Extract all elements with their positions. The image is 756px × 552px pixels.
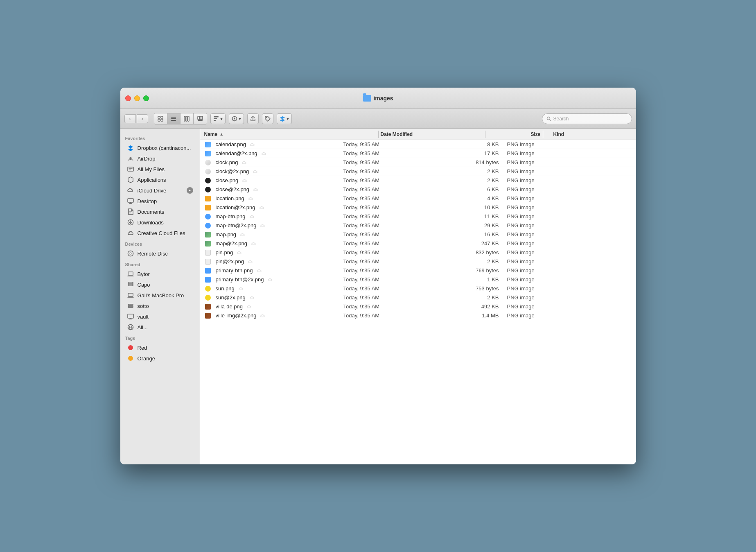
table-row[interactable]: clock.png Today, 9:35 AM 814 bytes PNG i…	[200, 158, 636, 167]
file-kind: PNG image	[499, 159, 632, 165]
search-box[interactable]: Search	[542, 113, 632, 124]
sidebar-item-sotto[interactable]: sotto	[122, 301, 198, 311]
forward-button[interactable]: ›	[137, 114, 148, 123]
table-row[interactable]: map-btn@2x.png Today, 9:35 AM 29 KB PNG …	[200, 221, 636, 230]
dropbox-button[interactable]: ▾	[277, 113, 292, 124]
file-thumb	[204, 249, 212, 256]
file-date: Today, 9:35 AM	[343, 195, 446, 201]
sidebar-item-airdrop-label: AirDrop	[138, 156, 156, 162]
sidebar-item-tag-orange-label: Orange	[138, 355, 155, 362]
table-row[interactable]: clock@2x.png Today, 9:35 AM 2 KB PNG ima…	[200, 167, 636, 176]
toolbar: ‹ › ▾ ▾	[120, 109, 636, 129]
table-row[interactable]: close@2x.png Today, 9:35 AM 6 KB PNG ima…	[200, 185, 636, 194]
action-button[interactable]: ▾	[229, 113, 244, 124]
col-name-header[interactable]: Name ▲	[204, 131, 376, 137]
table-row[interactable]: sun@2x.png Today, 9:35 AM 2 KB PNG image	[200, 293, 636, 302]
sidebar-item-remote-disc[interactable]: Remote Disc	[122, 248, 198, 259]
table-row[interactable]: calendar.png Today, 9:35 AM 8 KB PNG ima…	[200, 140, 636, 149]
file-thumb	[204, 312, 212, 319]
file-kind: PNG image	[499, 249, 632, 256]
file-size: 1 KB	[446, 276, 499, 283]
col-kind-header[interactable]: Kind	[545, 131, 632, 137]
cloud-sync-icon	[260, 224, 266, 228]
sidebar-item-bytor[interactable]: Bytor	[122, 269, 198, 279]
maximize-button[interactable]	[143, 95, 149, 101]
sidebar-item-airdrop[interactable]: AirDrop	[122, 153, 198, 164]
file-size: 2 KB	[446, 258, 499, 265]
table-row[interactable]: primary-btn@2x.png Today, 9:35 AM 1 KB P…	[200, 275, 636, 284]
table-row[interactable]: primary-btn.png Today, 9:35 AM 769 bytes…	[200, 266, 636, 275]
tag-button[interactable]	[262, 113, 273, 124]
file-size: 492 KB	[446, 303, 499, 310]
sidebar-item-vault-label: vault	[138, 314, 149, 320]
sidebar-item-all[interactable]: All...	[122, 322, 198, 333]
file-name: map.png	[216, 231, 237, 238]
column-view-button[interactable]	[181, 113, 194, 124]
sidebar-item-vault[interactable]: vault	[122, 311, 198, 322]
sidebar-item-all-my-files[interactable]: All My Files	[122, 164, 198, 174]
table-row[interactable]: ville-img@2x.png Today, 9:35 AM 1.4 MB P…	[200, 311, 636, 320]
sidebar-item-capo[interactable]: Capo	[122, 279, 198, 290]
sidebar-item-downloads[interactable]: Downloads	[122, 217, 198, 228]
svg-rect-16	[214, 120, 216, 121]
sidebar-item-applications[interactable]: Applications	[122, 174, 198, 185]
file-thumb	[204, 213, 212, 220]
minimize-button[interactable]	[134, 95, 140, 101]
file-name: close@2x.png	[216, 186, 250, 192]
file-name-cell: clock.png	[204, 159, 343, 166]
file-kind: PNG image	[499, 141, 632, 147]
action-chevron: ▾	[239, 116, 241, 122]
sidebar-item-tag-red[interactable]: Red	[122, 342, 198, 353]
table-row[interactable]: pin@2x.png Today, 9:35 AM 2 KB PNG image	[200, 257, 636, 266]
svg-marker-22	[280, 116, 285, 122]
file-kind: PNG image	[499, 267, 632, 274]
table-row[interactable]: location@2x.png Today, 9:35 AM 10 KB PNG…	[200, 203, 636, 212]
sidebar-item-dropbox[interactable]: Dropbox (cantinacon...	[122, 143, 198, 153]
cover-flow-button[interactable]	[194, 113, 207, 124]
col-date-header[interactable]: Date Modified	[381, 131, 483, 137]
table-row[interactable]: location.png Today, 9:35 AM 4 KB PNG ima…	[200, 194, 636, 203]
sidebar-item-gails-macbook[interactable]: Gail's MacBook Pro	[122, 290, 198, 301]
file-name: location.png	[216, 195, 244, 201]
titlebar: images	[120, 88, 636, 109]
table-row[interactable]: map.png Today, 9:35 AM 16 KB PNG image	[200, 230, 636, 239]
file-name: villa-de.png	[216, 303, 243, 310]
file-kind: PNG image	[499, 186, 632, 192]
sidebar-item-icloud-drive[interactable]: iCloud Drive ●	[122, 185, 198, 196]
file-date: Today, 9:35 AM	[343, 267, 446, 274]
sidebar-item-tag-orange[interactable]: Orange	[122, 353, 198, 364]
file-size: 4 KB	[446, 195, 499, 201]
table-row[interactable]: map@2x.png Today, 9:35 AM 247 KB PNG ima…	[200, 239, 636, 248]
cloud-sync-icon	[257, 269, 263, 273]
cloud-sync-icon	[268, 278, 273, 282]
back-button[interactable]: ‹	[124, 114, 136, 123]
file-thumb	[204, 258, 212, 265]
svg-rect-1	[161, 116, 163, 118]
table-row[interactable]: calendar@2x.png Today, 9:35 AM 17 KB PNG…	[200, 149, 636, 158]
file-thumb	[204, 294, 212, 301]
arrange-button[interactable]: ▾	[210, 113, 226, 124]
cloud-sync-icon	[253, 170, 259, 174]
file-date: Today, 9:35 AM	[343, 222, 446, 228]
table-row[interactable]: villa-de.png Today, 9:35 AM 492 KB PNG i…	[200, 302, 636, 311]
svg-point-21	[266, 117, 267, 118]
file-kind: PNG image	[499, 312, 632, 319]
table-row[interactable]: close.png Today, 9:35 AM 2 KB PNG image	[200, 176, 636, 185]
svg-rect-32	[128, 272, 133, 275]
sidebar-item-creative-cloud[interactable]: Creative Cloud Files	[122, 228, 198, 238]
col-size-header[interactable]: Size	[487, 131, 541, 137]
table-row[interactable]: pin.png Today, 9:35 AM 832 bytes PNG ima…	[200, 248, 636, 257]
file-name-cell: map-btn.png	[204, 213, 343, 220]
file-size: 11 KB	[446, 213, 499, 219]
table-row[interactable]: map-btn.png Today, 9:35 AM 11 KB PNG ima…	[200, 212, 636, 221]
icon-view-button[interactable]	[154, 113, 167, 124]
sidebar-item-desktop[interactable]: Desktop	[122, 196, 198, 206]
table-row[interactable]: sun.png Today, 9:35 AM 753 bytes PNG ima…	[200, 284, 636, 293]
file-size: 16 KB	[446, 231, 499, 238]
share-button[interactable]	[247, 113, 259, 124]
icloud-icon	[127, 187, 134, 194]
sidebar-item-documents[interactable]: Documents	[122, 206, 198, 217]
svg-rect-39	[128, 306, 133, 308]
close-button[interactable]	[125, 95, 131, 101]
list-view-button[interactable]	[167, 113, 181, 124]
